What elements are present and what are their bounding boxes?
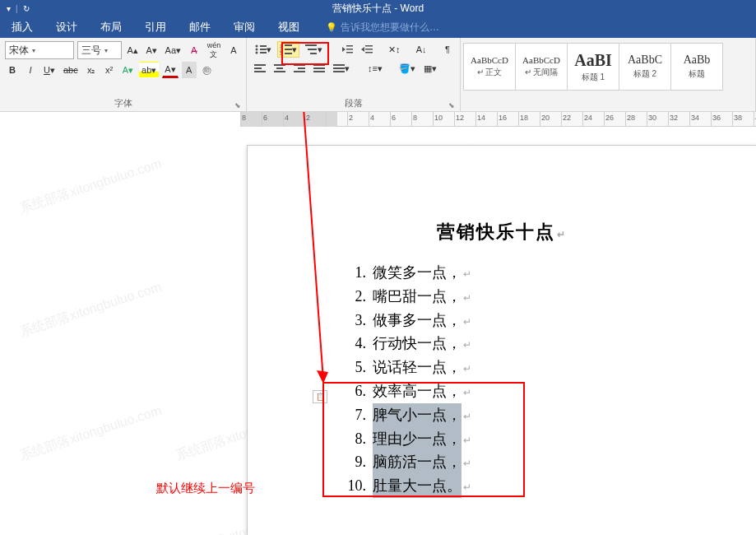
font-color-button[interactable]: A▾ — [162, 62, 178, 78]
list-item[interactable]: 5.说话轻一点，↵ — [338, 356, 731, 379]
char-border-button[interactable]: A — [226, 42, 241, 58]
svg-rect-34 — [333, 67, 345, 69]
watermark: 系统部落xitongbuluo.com — [17, 279, 164, 342]
style-item[interactable]: AaBbCcD↵ 无间隔 — [515, 43, 568, 91]
font-name-combo[interactable]: 宋体 ▾ — [5, 41, 74, 59]
svg-rect-33 — [333, 64, 345, 66]
show-marks-button[interactable]: ¶ — [440, 41, 455, 58]
strike-button[interactable]: abc — [61, 62, 81, 78]
svg-rect-29 — [294, 71, 305, 72]
svg-rect-9 — [285, 49, 292, 50]
watermark: 系统部落xitongbuluo.com — [17, 402, 164, 465]
svg-rect-19 — [365, 49, 372, 50]
text-effects-button[interactable]: A▾ — [120, 62, 136, 78]
bold-button[interactable]: B — [5, 62, 20, 78]
qat-sep: | — [16, 4, 18, 13]
svg-rect-27 — [294, 64, 305, 66]
svg-rect-30 — [313, 64, 325, 66]
chevron-down-icon: ▾ — [32, 47, 35, 54]
sort-button[interactable]: A↓ — [414, 41, 429, 58]
document-page[interactable]: 营销快乐十点↵ 1.微笑多一点，↵2.嘴巴甜一点，↵3.做事多一点，↵4.行动快… — [247, 145, 756, 535]
list-item[interactable]: 10.肚量大一点。↵ — [338, 474, 731, 498]
list-item[interactable]: 2.嘴巴甜一点，↵ — [338, 285, 731, 309]
svg-rect-35 — [333, 71, 345, 72]
align-center-button[interactable] — [271, 60, 288, 77]
svg-rect-17 — [346, 52, 353, 54]
qat-icon[interactable]: ▾ — [7, 4, 11, 13]
borders-button[interactable]: ▦▾ — [421, 60, 439, 77]
style-item[interactable]: AaBI标题 1 — [567, 43, 619, 91]
svg-rect-5 — [260, 52, 267, 54]
qat-icon2[interactable]: ↻ — [23, 4, 30, 13]
styles-gallery[interactable]: AaBbCcD↵ 正文AaBbCcD↵ 无间隔AaBI标题 1AaBbC标题 2… — [464, 43, 752, 91]
style-item[interactable]: AaBb标题 — [670, 43, 723, 91]
style-item[interactable]: AaBbC标题 2 — [619, 43, 671, 91]
svg-rect-32 — [313, 71, 325, 72]
document-area: 系统部落xitongbuluo.com 系统部落xitongbuluo.com … — [0, 112, 756, 535]
numbering-button[interactable]: 123▾ — [277, 41, 299, 58]
font-group-label: 字体 ⬊ — [5, 95, 241, 109]
svg-rect-26 — [274, 71, 285, 72]
shrink-font-button[interactable]: A▾ — [144, 42, 160, 58]
underline-button[interactable]: U▾ — [41, 62, 58, 78]
list-item[interactable]: 9.脑筋活一点，↵ — [338, 450, 731, 474]
list-item[interactable]: 4.行动快一点，↵ — [338, 332, 731, 356]
phonetic-button[interactable]: wén文 — [205, 42, 223, 58]
svg-rect-28 — [298, 67, 305, 69]
svg-rect-13 — [308, 49, 317, 50]
svg-rect-31 — [313, 67, 325, 69]
annotation-callout: 默认继续上一编号 — [156, 481, 255, 496]
svg-rect-18 — [365, 45, 372, 47]
enclose-char-button[interactable]: ㊞ — [200, 62, 215, 78]
grow-font-button[interactable]: A▴ — [125, 42, 141, 58]
list-item[interactable]: 1.微笑多一点，↵ — [338, 261, 731, 285]
font-size-combo[interactable]: 三号 ▾ — [77, 41, 121, 59]
ribbon: 宋体 ▾ 三号 ▾ A▴ A▾ Aa▾ A̶ wén文 A B I U▾ abc — [0, 38, 756, 112]
font-dialog-launcher[interactable]: ⬊ — [234, 101, 241, 109]
highlight-button[interactable]: ab▾ — [139, 62, 159, 78]
svg-point-4 — [256, 52, 258, 54]
tab-mailings[interactable]: 邮件 — [186, 17, 214, 37]
tab-view[interactable]: 视图 — [275, 17, 303, 37]
tab-design[interactable]: 设计 — [53, 17, 81, 37]
align-right-button[interactable] — [291, 60, 308, 77]
shading-button[interactable]: 🪣▾ — [397, 60, 418, 77]
svg-point-2 — [256, 49, 258, 51]
font-group: 宋体 ▾ 三号 ▾ A▴ A▾ Aa▾ A̶ wén文 A B I U▾ abc — [0, 38, 247, 111]
list-item[interactable]: 7.脾气小一点，↵ — [338, 403, 731, 427]
justify-button[interactable] — [311, 60, 327, 77]
style-item[interactable]: AaBbCcD↵ 正文 — [463, 43, 516, 91]
increase-indent-button[interactable] — [359, 41, 374, 58]
list-item[interactable]: 3.做事多一点，↵ — [338, 309, 731, 333]
quick-access-toolbar: ▾ | ↻ — [7, 4, 30, 13]
horizontal-ruler[interactable]: 8642246810121416182022242628303234363840… — [240, 112, 756, 127]
svg-rect-23 — [254, 71, 266, 72]
tab-insert[interactable]: 插入 — [8, 17, 36, 37]
subscript-button[interactable]: x₂ — [84, 62, 99, 78]
multilevel-list-button[interactable]: ▾ — [303, 41, 325, 58]
svg-rect-7 — [285, 44, 292, 46]
text-direction-button[interactable]: ✕↕ — [386, 41, 402, 58]
align-left-button[interactable] — [252, 60, 268, 77]
change-case-button[interactable]: Aa▾ — [163, 42, 183, 58]
tab-layout[interactable]: 布局 — [97, 17, 125, 37]
paragraph-group-label: 段落 ⬊ — [252, 95, 455, 109]
list-item[interactable]: 8.理由少一点，↵ — [338, 427, 731, 451]
char-shading-button[interactable]: A — [182, 62, 197, 78]
tab-references[interactable]: 引用 — [141, 17, 169, 37]
bullets-button[interactable]: ▾ — [252, 41, 274, 58]
paragraph-dialog-launcher[interactable]: ⬊ — [448, 101, 455, 109]
document-title: 营销快乐十点↵ — [272, 220, 731, 244]
line-spacing-button[interactable]: ↕≡▾ — [365, 60, 385, 77]
superscript-button[interactable]: x² — [102, 62, 117, 78]
ribbon-tabs: 插入 设计 布局 引用 邮件 审阅 视图 💡 告诉我您想要做什么… — [0, 16, 756, 38]
tab-review[interactable]: 审阅 — [230, 17, 258, 37]
paste-options-icon[interactable]: 📋 — [313, 390, 327, 403]
decrease-indent-button[interactable] — [340, 41, 355, 58]
bulb-icon: 💡 — [326, 22, 337, 33]
tell-me[interactable]: 💡 告诉我您想要做什么… — [326, 21, 439, 35]
distributed-button[interactable]: ▾ — [331, 60, 352, 77]
list-item[interactable]: 6.效率高一点，↵ — [338, 379, 731, 403]
italic-button[interactable]: I — [23, 62, 38, 78]
clear-format-button[interactable]: A̶ — [187, 42, 202, 58]
